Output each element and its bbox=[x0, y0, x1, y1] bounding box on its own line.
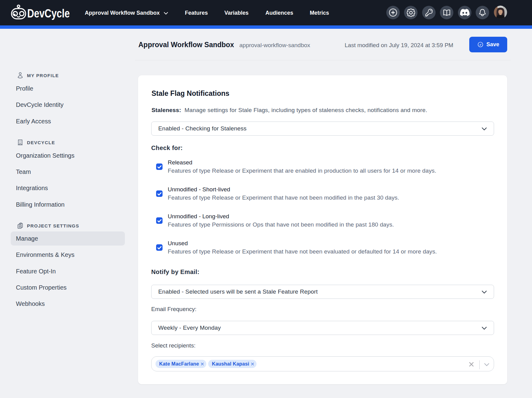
svg-text:DevCycle: DevCycle bbox=[27, 7, 70, 20]
